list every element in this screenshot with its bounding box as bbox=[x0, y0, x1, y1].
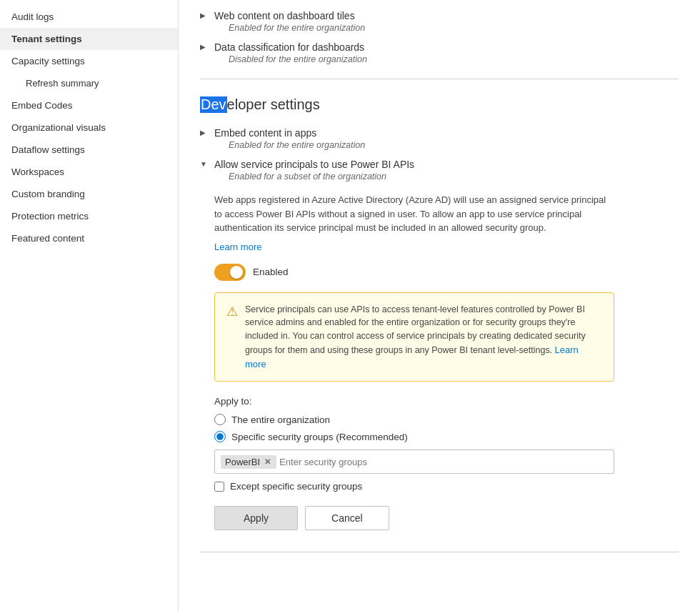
cancel-button[interactable]: Cancel bbox=[305, 506, 389, 530]
allow-service-header[interactable]: ▼ Allow service principals to use Power … bbox=[200, 156, 679, 184]
warning-text: Service principals can use APIs to acces… bbox=[245, 303, 602, 372]
developer-settings-heading: Developer settings bbox=[200, 96, 679, 113]
learn-more-link-1[interactable]: Learn more bbox=[214, 242, 261, 252]
embed-content-subtitle: Enabled for the entire organization bbox=[214, 140, 365, 150]
sidebar-item-audit-logs[interactable]: Audit logs bbox=[0, 6, 178, 28]
main-content: ▶ Web content on dashboard tiles Enabled… bbox=[179, 0, 700, 611]
data-classification-subtitle: Disabled for the entire organization bbox=[214, 54, 367, 64]
toggle-row: Enabled bbox=[214, 264, 679, 281]
sidebar-item-capacity-settings[interactable]: Capacity settings bbox=[0, 50, 178, 72]
radio-specific-groups-input[interactable] bbox=[214, 431, 226, 442]
tag-label: PowerBI bbox=[225, 457, 260, 467]
sidebar-item-workspaces[interactable]: Workspaces bbox=[0, 161, 178, 183]
security-group-search-input[interactable] bbox=[279, 457, 608, 467]
except-groups-label: Except specific security groups bbox=[230, 481, 362, 492]
radio-specific-groups-label: Specific security groups (Recommended) bbox=[231, 432, 408, 442]
sidebar-item-custom-branding[interactable]: Custom branding bbox=[0, 183, 178, 205]
section-divider-2 bbox=[200, 552, 679, 552]
sidebar-item-featured-content[interactable]: Featured content bbox=[0, 227, 178, 249]
allow-service-chevron: ▼ bbox=[200, 160, 209, 168]
embed-content-header[interactable]: ▶ Embed content in apps Enabled for the … bbox=[200, 124, 679, 153]
embed-content-title: Embed content in apps bbox=[214, 127, 365, 139]
web-content-header[interactable]: ▶ Web content on dashboard tiles Enabled… bbox=[200, 7, 679, 36]
sidebar-item-organizational-visuals[interactable]: Organizational visuals bbox=[0, 116, 178, 139]
radio-entire-org-label: The entire organization bbox=[231, 414, 330, 425]
action-buttons: Apply Cancel bbox=[214, 506, 679, 530]
warning-icon: ⚠ bbox=[226, 304, 238, 319]
allow-service-expanded: Web apps registered in Azure Active Dire… bbox=[200, 193, 679, 530]
web-content-chevron: ▶ bbox=[200, 11, 209, 19]
data-classification-chevron: ▶ bbox=[200, 43, 209, 51]
web-content-subtitle: Enabled for the entire organization bbox=[214, 23, 365, 33]
heading-rest: eloper settings bbox=[227, 96, 320, 113]
sidebar-item-protection-metrics[interactable]: Protection metrics bbox=[0, 205, 178, 227]
allow-service-subtitle: Enabled for a subset of the organization bbox=[214, 172, 414, 182]
allow-service-title: Allow service principals to use Power BI… bbox=[214, 159, 414, 170]
sidebar: Audit logs Tenant settings Capacity sett… bbox=[0, 0, 179, 611]
apply-button[interactable]: Apply bbox=[214, 506, 298, 530]
toggle-label: Enabled bbox=[253, 267, 289, 277]
tag-remove-button[interactable]: ✕ bbox=[263, 457, 272, 467]
radio-entire-org-input[interactable] bbox=[214, 414, 226, 425]
web-content-title: Web content on dashboard tiles bbox=[214, 10, 365, 21]
heading-highlight: Dev bbox=[200, 96, 227, 113]
security-groups-input-container[interactable]: PowerBI ✕ bbox=[214, 449, 614, 474]
except-security-groups-option[interactable]: Except specific security groups bbox=[214, 481, 679, 492]
embed-content-setting: ▶ Embed content in apps Enabled for the … bbox=[200, 124, 679, 153]
data-classification-header[interactable]: ▶ Data classification for dashboards Dis… bbox=[200, 39, 679, 67]
sidebar-item-embed-codes[interactable]: Embed Codes bbox=[0, 94, 178, 116]
data-classification-setting: ▶ Data classification for dashboards Dis… bbox=[200, 39, 679, 67]
warning-box: ⚠ Service principals can use APIs to acc… bbox=[214, 292, 614, 382]
radio-specific-groups[interactable]: Specific security groups (Recommended) bbox=[214, 431, 679, 442]
embed-content-chevron: ▶ bbox=[200, 129, 209, 136]
powerbi-tag: PowerBI ✕ bbox=[221, 455, 276, 469]
web-content-setting: ▶ Web content on dashboard tiles Enabled… bbox=[200, 7, 679, 36]
data-classification-title: Data classification for dashboards bbox=[214, 41, 367, 53]
allow-service-setting: ▼ Allow service principals to use Power … bbox=[200, 156, 679, 530]
sidebar-item-dataflow-settings[interactable]: Dataflow settings bbox=[0, 139, 178, 161]
section-divider-1 bbox=[200, 79, 679, 79]
sidebar-item-refresh-summary[interactable]: Refresh summary bbox=[0, 72, 178, 94]
except-groups-checkbox[interactable] bbox=[214, 482, 224, 492]
apply-to-label: Apply to: bbox=[214, 396, 679, 407]
sidebar-item-tenant-settings[interactable]: Tenant settings bbox=[0, 28, 178, 50]
radio-entire-org[interactable]: The entire organization bbox=[214, 414, 679, 425]
allow-service-description: Web apps registered in Azure Active Dire… bbox=[214, 193, 614, 235]
enabled-toggle[interactable] bbox=[214, 264, 246, 281]
